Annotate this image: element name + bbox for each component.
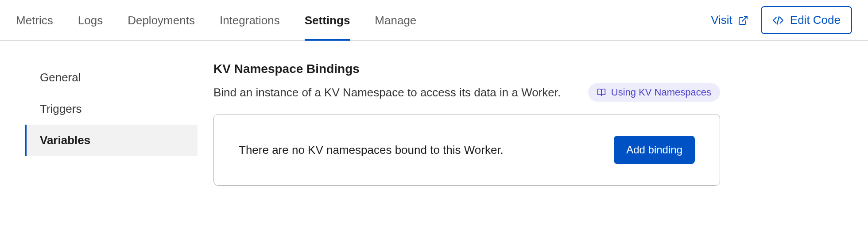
tab-manage[interactable]: Manage (375, 0, 416, 41)
tab-logs[interactable]: Logs (78, 0, 103, 41)
external-link-icon (738, 15, 748, 26)
add-binding-button[interactable]: Add binding (614, 136, 695, 164)
code-icon (772, 15, 784, 26)
doc-link-kv-namespaces[interactable]: Using KV Namespaces (588, 83, 720, 102)
doc-link-label: Using KV Namespaces (611, 87, 711, 98)
empty-state-text: There are no KV namespaces bound to this… (239, 143, 504, 157)
main: General Triggers Variables KV Namespace … (0, 41, 868, 207)
settings-sidebar: General Triggers Variables (25, 62, 198, 186)
visit-link[interactable]: Visit (711, 13, 748, 27)
edit-code-label: Edit Code (790, 13, 841, 27)
book-icon (597, 88, 606, 97)
tab-metrics[interactable]: Metrics (16, 0, 53, 41)
top-actions: Visit Edit Code (711, 6, 852, 34)
kv-bindings-panel: There are no KV namespaces bound to this… (213, 114, 720, 186)
svg-line-0 (742, 16, 747, 21)
tab-integrations[interactable]: Integrations (220, 0, 280, 41)
section-description-row: Bind an instance of a KV Namespace to ac… (213, 83, 720, 102)
section-description: Bind an instance of a KV Namespace to ac… (213, 86, 561, 99)
sidebar-item-variables[interactable]: Variables (25, 125, 198, 156)
top-tabs: Metrics Logs Deployments Integrations Se… (16, 0, 416, 40)
svg-line-1 (777, 16, 779, 24)
sidebar-item-general[interactable]: General (25, 62, 198, 93)
tab-settings[interactable]: Settings (305, 0, 350, 41)
section-title: KV Namespace Bindings (213, 62, 720, 76)
sidebar-item-triggers[interactable]: Triggers (25, 93, 198, 125)
tab-deployments[interactable]: Deployments (128, 0, 195, 41)
content: KV Namespace Bindings Bind an instance o… (198, 62, 720, 186)
topbar: Metrics Logs Deployments Integrations Se… (0, 0, 868, 41)
edit-code-button[interactable]: Edit Code (761, 6, 852, 34)
visit-label: Visit (711, 13, 732, 27)
